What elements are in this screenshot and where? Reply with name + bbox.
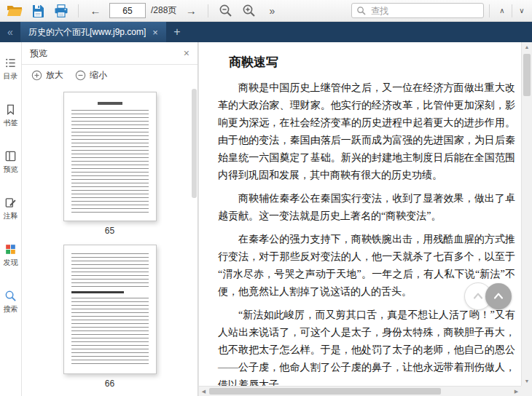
- double-chevron-left-icon: «: [7, 26, 13, 38]
- preview-pane-icon: [4, 150, 17, 162]
- thumbnail-page-66[interactable]: [63, 245, 157, 374]
- thumbnail-heading-bar: [71, 291, 124, 293]
- floppy-save-icon: [31, 4, 44, 17]
- sidebar-item-label: 预览: [4, 165, 18, 175]
- back-arrow-icon: ←: [90, 5, 101, 16]
- toolbar-separator: [78, 4, 79, 17]
- scroll-right-button[interactable]: ▶: [512, 387, 521, 396]
- scroll-left-button[interactable]: ◀: [199, 387, 208, 396]
- next-page-button[interactable]: →: [181, 1, 200, 20]
- new-tab-button[interactable]: +: [166, 22, 188, 42]
- triangle-down-icon: ▼: [525, 379, 530, 384]
- find-next-button[interactable]: ∨: [515, 3, 529, 19]
- triangle-right-icon: ▶: [515, 389, 518, 395]
- thumbnail-zoom-in-button[interactable]: 放大: [31, 69, 63, 82]
- scroll-down-button[interactable]: ▼: [522, 376, 532, 386]
- thumbnail-page-65[interactable]: [63, 92, 157, 221]
- zoom-out-icon: [219, 4, 232, 17]
- page-total-label: /288页: [151, 4, 176, 17]
- thumbnail-text-lines: [71, 110, 149, 213]
- chevron-up-icon: [471, 289, 485, 304]
- sidebar-item-label: 书签: [4, 118, 18, 128]
- search-input[interactable]: [369, 5, 479, 17]
- document-paragraph: 商鞅辅佐秦孝公在秦国实行变法，收到了显著效果，做出了卓越贡献。这一变法就是历史上…: [218, 190, 515, 225]
- save-button[interactable]: [28, 1, 47, 20]
- preview-panel: 预览 × 放大 缩小: [22, 42, 198, 396]
- preview-panel-title: 预览: [30, 47, 47, 60]
- sidebar-item-annotations[interactable]: 注释: [4, 197, 18, 221]
- annotation-pencil-icon: [4, 197, 17, 209]
- chapter-title: 商鞅速写: [229, 54, 515, 71]
- discover-grid-icon: [4, 243, 17, 256]
- panel-close-icon[interactable]: ×: [184, 48, 189, 58]
- thumbnail-zoom-out-button[interactable]: 缩小: [75, 69, 107, 82]
- sidebar-item-label: 注释: [4, 211, 18, 221]
- horizontal-scrollbar[interactable]: ◀ ▶: [199, 386, 521, 396]
- vertical-scrollbar[interactable]: ▲ ▼: [521, 42, 532, 386]
- find-previous-button[interactable]: ∧: [495, 3, 509, 19]
- toolbar-separator: [489, 4, 490, 17]
- thumbnail-page-label: 65: [105, 226, 114, 236]
- search-box[interactable]: [351, 3, 484, 18]
- sidebar: 目录 书签 预览 注释: [0, 42, 22, 396]
- scrollbar-corner: [521, 386, 532, 396]
- toc-list-icon: [4, 57, 17, 69]
- sidebar-item-label: 目录: [4, 71, 18, 82]
- search-icon: [356, 6, 366, 15]
- printer-icon: [54, 4, 69, 17]
- sidebar-item-label: 搜索: [4, 304, 18, 314]
- chevron-up-icon: ∧: [499, 7, 504, 15]
- sidebar-item-preview[interactable]: 预览: [4, 150, 18, 175]
- tab-title: 历史的六个面孔[www.j9p.com]: [28, 26, 146, 39]
- toolbar-separator: [512, 4, 512, 17]
- pdf-reader-window: ← /288页 → »: [0, 0, 532, 396]
- zoom-out-button[interactable]: [216, 1, 235, 20]
- back-to-top-button[interactable]: [485, 283, 512, 309]
- document-view: 商鞅速写 商鞅是中国历史上继管仲之后，又一位在经济方面做出重大改革的大政治家、理…: [198, 42, 532, 396]
- triangle-up-icon: ▲: [525, 44, 530, 50]
- sidebar-item-label: 发现: [4, 258, 18, 268]
- sidebar-item-toc[interactable]: 目录: [4, 57, 18, 82]
- sidebar-item-search[interactable]: 搜索: [4, 290, 18, 314]
- vertical-scrollbar-thumb[interactable]: [523, 54, 531, 96]
- tab-bar: « 历史的六个面孔[www.j9p.com] × +: [0, 22, 532, 42]
- print-button[interactable]: [52, 1, 71, 20]
- chevron-up-icon: [491, 289, 506, 304]
- document-page: 商鞅速写 商鞅是中国历史上继管仲之后，又一位在经济方面做出重大改革的大政治家、理…: [199, 42, 521, 386]
- thumbnail-scrollbar[interactable]: [192, 89, 197, 390]
- plus-icon: +: [173, 25, 180, 39]
- horizontal-scrollbar-thumb[interactable]: [209, 388, 441, 395]
- thumbnail-list: 65 66: [22, 86, 197, 396]
- triangle-left-icon: ◀: [202, 389, 206, 395]
- page-thumbnail[interactable]: 66: [63, 245, 157, 389]
- double-chevron-right-icon: »: [269, 6, 275, 16]
- sidebar-item-bookmarks[interactable]: 书签: [4, 103, 18, 128]
- open-file-button[interactable]: [5, 1, 24, 20]
- page-number-input[interactable]: [109, 3, 146, 18]
- forward-arrow-icon: →: [186, 5, 197, 16]
- circle-plus-icon: [31, 70, 42, 81]
- tab-close-icon[interactable]: ×: [152, 28, 158, 37]
- sidebar-item-discover[interactable]: 发现: [4, 243, 18, 268]
- previous-page-button[interactable]: ←: [86, 1, 105, 20]
- thumbnail-scrollbar-thumb[interactable]: [192, 89, 197, 198]
- zoom-in-label: 放大: [46, 69, 63, 82]
- chevron-down-icon: ∨: [519, 7, 524, 15]
- page-thumbnail[interactable]: 65: [63, 92, 157, 236]
- toolbar: ← /288页 → »: [0, 0, 532, 22]
- zoom-in-button[interactable]: [239, 1, 258, 20]
- thumbnail-text-lines: [71, 253, 149, 287]
- thumbnail-title-bar: [98, 102, 122, 105]
- collapse-tabs-button[interactable]: «: [0, 22, 20, 42]
- more-tools-button[interactable]: »: [262, 1, 281, 20]
- thumbnail-text-lines: [71, 298, 149, 365]
- back-to-top-widget: [464, 282, 512, 310]
- zoom-in-icon: [242, 4, 256, 17]
- zoom-out-label: 缩小: [90, 69, 107, 82]
- scroll-up-button[interactable]: ▲: [522, 42, 532, 52]
- document-tab[interactable]: 历史的六个面孔[www.j9p.com] ×: [20, 22, 166, 42]
- document-paragraph: “新法如此峻厉，而又剪其口舌，真是不想让人活了哟！”又有人站出来说话了，可这个人…: [218, 306, 515, 386]
- folder-open-icon: [7, 4, 23, 17]
- thumbnail-page-label: 66: [105, 379, 114, 389]
- bookmark-icon: [4, 103, 17, 116]
